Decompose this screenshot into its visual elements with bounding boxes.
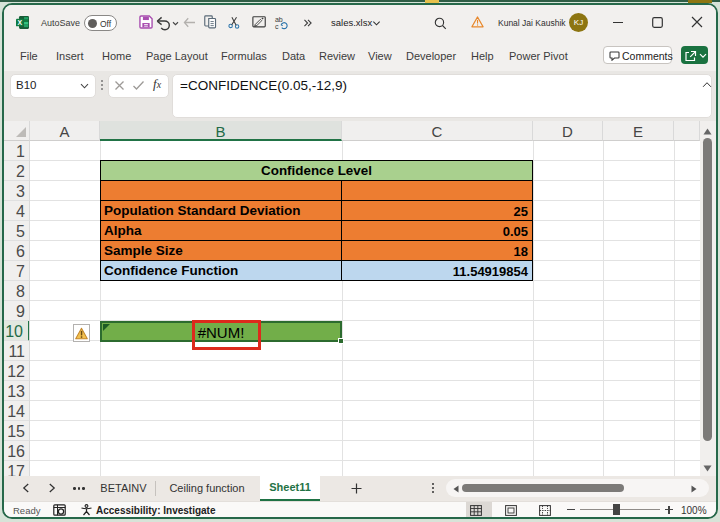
svg-text:X: X: [18, 19, 23, 26]
svg-text:ab: ab: [275, 16, 283, 23]
svg-text:c: c: [275, 23, 279, 30]
